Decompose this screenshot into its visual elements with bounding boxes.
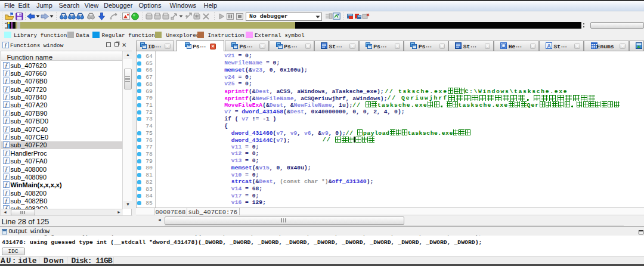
svg-text:A: A	[547, 43, 550, 49]
